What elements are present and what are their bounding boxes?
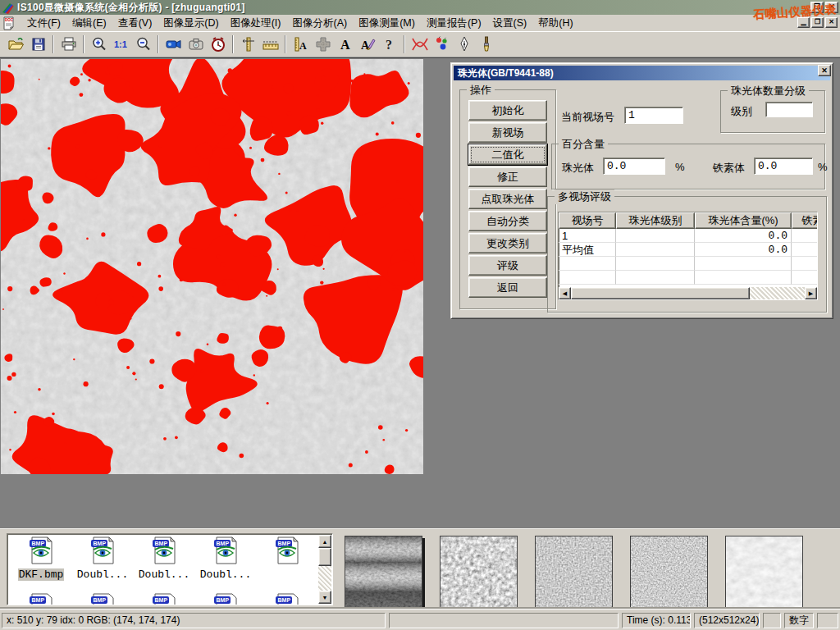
delete-measure-button[interactable] [409, 34, 431, 55]
zoom-in-button[interactable] [88, 34, 110, 55]
return-button[interactable]: 返回 [468, 277, 547, 298]
auto-classify-button[interactable]: 自动分类 [468, 211, 547, 231]
scroll-down-icon[interactable]: ▼ [318, 591, 331, 604]
file-item[interactable]: BMP [72, 593, 133, 605]
svg-text:DOC: DOC [5, 18, 14, 22]
col-pearlite-level[interactable]: 珠光体级别 [616, 212, 695, 229]
file-name[interactable]: DKF.bmp [18, 568, 65, 581]
micrograph-image[interactable] [1, 59, 423, 474]
help-button[interactable]: ? [378, 34, 400, 55]
dialog-close-icon[interactable]: ✕ [818, 65, 831, 76]
file-vertical-scrollbar[interactable]: ▲ ▼ [318, 535, 331, 604]
table-row: 1 0.0 [559, 229, 817, 243]
svg-text:BMP: BMP [155, 541, 168, 546]
pearlite-percent-input[interactable]: 0.0 [603, 158, 665, 175]
phase-particles-button[interactable] [431, 34, 453, 55]
new-field-button[interactable]: 新视场 [468, 122, 547, 143]
file-name[interactable]: Doubl... [76, 568, 129, 581]
file-item[interactable]: BMP Doubl... [195, 536, 256, 581]
video-camera-button[interactable] [162, 34, 185, 55]
rating-table[interactable]: 视场号 珠光体级别 珠光体含量(%) 铁素体含量(%) 1 0.0 平均值 0.… [558, 212, 818, 300]
menu-file[interactable]: 文件(F) [21, 15, 66, 32]
pearlite-label: 珠光体 [562, 161, 594, 176]
thumbnail-2[interactable] [440, 536, 518, 611]
scroll-thumb[interactable] [571, 287, 750, 299]
pen-button[interactable] [453, 34, 475, 55]
menu-image-display[interactable]: 图像显示(D) [158, 15, 224, 32]
text-button[interactable]: A [334, 34, 356, 55]
mdi-close-icon[interactable]: ✕ [825, 17, 838, 28]
save-button[interactable] [27, 34, 49, 55]
actual-size-button[interactable]: 1:1 [110, 34, 132, 55]
toolbar-separator [52, 35, 54, 53]
file-item[interactable]: BMP DKF.bmp [11, 536, 71, 581]
binarize-button[interactable]: 二值化 [468, 144, 547, 165]
col-pearlite-content[interactable]: 珠光体含量(%) [695, 212, 792, 229]
file-item[interactable]: BMP Doubl... [134, 536, 194, 581]
rate-button[interactable]: 评级 [468, 255, 547, 276]
cell-field: 平均值 [559, 243, 616, 257]
ferrite-percent-input[interactable]: 0.0 [754, 158, 813, 175]
file-name[interactable]: Doubl... [199, 568, 252, 581]
dialog-title-bar[interactable]: 珠光体(GB/T9441-88) [454, 66, 830, 80]
correct-button[interactable]: 修正 [468, 167, 547, 187]
scroll-track[interactable] [571, 287, 805, 299]
thumbnail-3[interactable] [535, 536, 613, 611]
level-input[interactable] [765, 102, 813, 117]
pearlite-dialog: 珠光体(GB/T9441-88) ✕ 操作 初始化 新视场 二值化 修正 点取珠… [450, 62, 833, 319]
menu-help[interactable]: 帮助(H) [532, 15, 578, 32]
scroll-right-icon[interactable]: ▶ [805, 287, 817, 299]
scroll-thumb[interactable] [318, 548, 331, 566]
menu-image-process[interactable]: 图像处理(I) [225, 15, 287, 32]
cell-extra [792, 229, 818, 243]
status-bar: x: 510 y: 79 idx: 0 RGB: (174, 174, 174)… [0, 609, 840, 630]
menu-image-analysis[interactable]: 图像分析(A) [286, 15, 353, 32]
file-item[interactable]: BMP Doubl... [72, 536, 133, 581]
file-item[interactable]: BMP [195, 593, 256, 605]
file-item[interactable]: BMP [257, 593, 317, 605]
file-item[interactable]: BMP [134, 593, 194, 605]
scroll-up-icon[interactable]: ▲ [318, 535, 331, 548]
file-name[interactable]: Doubl... [138, 568, 190, 581]
brush-button[interactable] [475, 34, 497, 55]
init-button[interactable]: 初始化 [468, 100, 547, 121]
camera-icon [188, 37, 204, 52]
file-item[interactable]: BMP [257, 536, 317, 579]
file-browser[interactable]: BMP DKF.bmp BMP Doubl... BMP [7, 533, 333, 605]
print-button[interactable] [57, 34, 80, 55]
open-button[interactable] [5, 34, 27, 55]
mdi-restore-icon[interactable]: ❐ [811, 17, 824, 28]
svg-text:1:1: 1:1 [114, 39, 127, 49]
thumbnail-4[interactable] [630, 536, 708, 611]
zoom-out-button[interactable] [132, 34, 154, 55]
col-ferrite-content[interactable]: 铁素体含量(%) [792, 212, 818, 229]
ruler-button[interactable] [259, 34, 281, 55]
measure-text-button[interactable]: A [290, 34, 312, 55]
pearlite-percent-sign: % [675, 161, 685, 173]
table-header-row: 视场号 珠光体级别 珠光体含量(%) 铁素体含量(%) [559, 212, 817, 229]
grid-button[interactable] [312, 34, 334, 55]
thumbnail-5[interactable] [725, 536, 803, 611]
col-field-number[interactable]: 视场号 [559, 212, 616, 229]
menu-measure-report[interactable]: 测量报告(P) [421, 15, 487, 32]
file-item[interactable]: BMP [11, 593, 71, 605]
pick-pearlite-button[interactable]: 点取珠光体 [468, 189, 547, 209]
scroll-left-icon[interactable]: ◀ [559, 287, 571, 299]
caliper-icon [240, 36, 257, 52]
menu-edit[interactable]: 编辑(E) [66, 15, 112, 32]
capture-button[interactable] [185, 34, 207, 55]
annotate-button[interactable]: A [356, 34, 378, 55]
timer-button[interactable] [207, 34, 229, 55]
toolbar-separator [158, 35, 159, 53]
menu-image-measure[interactable]: 图像测量(M) [353, 15, 421, 32]
current-field-input[interactable]: 1 [624, 107, 683, 124]
toolbar-separator [83, 35, 84, 53]
change-class-button[interactable]: 更改类别 [468, 233, 547, 253]
table-horizontal-scrollbar[interactable]: ◀ ▶ [559, 287, 817, 299]
status-image-size: (512x512x24) [694, 613, 760, 628]
menu-view[interactable]: 查看(V) [112, 15, 158, 32]
menu-settings[interactable]: 设置(S) [487, 15, 533, 32]
thumbnail-1[interactable] [345, 536, 422, 611]
status-mode: 数字 [784, 613, 814, 628]
caliper-button[interactable] [237, 34, 259, 55]
